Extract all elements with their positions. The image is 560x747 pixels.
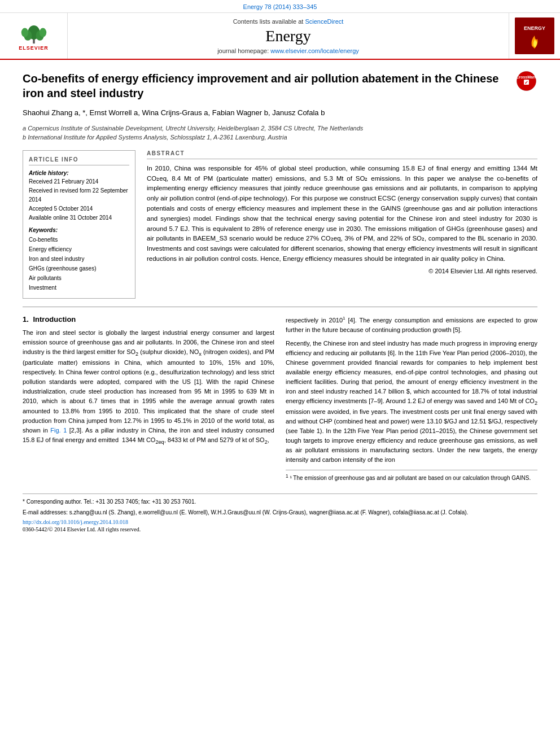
history-label: Article history: <box>29 170 129 176</box>
intro-para-2: respectively in 20101 [4]. The energy co… <box>286 315 537 335</box>
elsevier-tree-icon <box>17 21 51 44</box>
fig1-link[interactable]: Fig. 1 <box>50 427 67 434</box>
crossmark: CrossMark ✓ <box>515 71 537 93</box>
keyword-5: Air pollutants <box>29 273 129 283</box>
article-info-col: ARTICLE INFO Article history: Received 2… <box>23 150 135 299</box>
intro-section-title: 1. Introduction <box>23 315 274 324</box>
affiliation-a: a Copernicus Institute of Sustainable De… <box>23 124 537 133</box>
svg-text:CrossMark: CrossMark <box>517 75 536 79</box>
intro-para-1: The iron and steel sector is globally th… <box>23 328 274 446</box>
keywords-list: Co-benefits Energy efficiency Iron and s… <box>29 235 129 292</box>
authors: Shaohui Zhang a, *, Ernst Worrell a, Win… <box>23 107 537 119</box>
body-left: 1. Introduction The iron and steel secto… <box>23 315 274 482</box>
article-info-box: ARTICLE INFO Article history: Received 2… <box>23 150 135 299</box>
footer-section: * Corresponding author. Tel.: +31 30 253… <box>0 493 560 538</box>
svg-text:✓: ✓ <box>524 80 528 85</box>
journal-name: Energy <box>265 27 310 45</box>
svg-point-5 <box>39 28 46 37</box>
sciencedirect-link[interactable]: ScienceDirect <box>305 18 343 25</box>
right-footnote: 1 ¹ The emission of greenhouse gas and a… <box>286 470 537 482</box>
email-addresses: E-mail addresses: s.zhang@uu.nl (S. Zhan… <box>23 508 537 517</box>
svg-point-4 <box>21 28 28 37</box>
energy-badge-icon: ENERGY <box>515 18 554 54</box>
info-abstract-section: ARTICLE INFO Article history: Received 2… <box>23 150 537 299</box>
date-available: Available online 31 October 2014 <box>29 213 129 222</box>
body-right: respectively in 20101 [4]. The energy co… <box>286 315 537 482</box>
article-title-section: Co-benefits of energy efficiency improve… <box>23 71 537 101</box>
journal-header: ELSEVIER Contents lists available at Sci… <box>0 13 560 60</box>
page: Energy 78 (2014) 333–345 ELSEVIER Conten… <box>0 0 560 747</box>
date-accepted: Accepted 5 October 2014 <box>29 204 129 213</box>
homepage-link[interactable]: www.elsevier.com/locate/energy <box>270 47 359 54</box>
corresponding-author: * Corresponding author. Tel.: +31 30 253… <box>23 497 537 506</box>
section-divider <box>23 307 537 307</box>
affiliations: a Copernicus Institute of Sustainable De… <box>23 124 537 142</box>
section-number: 1. <box>23 315 29 324</box>
svg-text:ENERGY: ENERGY <box>524 25 545 31</box>
keyword-2: Energy efficiency <box>29 244 129 254</box>
date-received: Received 21 February 2014 <box>29 177 129 186</box>
journal-right: ENERGY <box>509 13 560 59</box>
doi-link[interactable]: http://dx.doi.org/10.1016/j.energy.2014.… <box>23 519 537 525</box>
footer-divider <box>23 493 537 494</box>
crossmark-icon: CrossMark ✓ <box>517 71 536 91</box>
intro-para-3: Recently, the Chinese iron and steel ind… <box>286 339 537 465</box>
top-bar: Energy 78 (2014) 333–345 <box>0 0 560 13</box>
abstract-col: ABSTRACT In 2010, China was responsible … <box>147 150 537 299</box>
keyword-3: Iron and steel industry <box>29 254 129 264</box>
journal-reference: Energy 78 (2014) 333–345 <box>243 3 317 10</box>
abstract-header: ABSTRACT <box>147 150 537 159</box>
issn-line: 0360-5442/© 2014 Elsevier Ltd. All right… <box>23 526 537 532</box>
article-info-header: ARTICLE INFO <box>29 156 129 165</box>
abstract-text: In 2010, China was responsible for 45% o… <box>147 164 537 264</box>
copyright: © 2014 Elsevier Ltd. All rights reserved… <box>147 268 537 274</box>
contents-line: Contents lists available at ScienceDirec… <box>233 18 344 25</box>
body-section: 1. Introduction The iron and steel secto… <box>23 315 537 482</box>
section-title-text: Introduction <box>33 315 76 324</box>
keyword-1: Co-benefits <box>29 235 129 244</box>
keyword-4: GHGs (greenhouse gases) <box>29 264 129 273</box>
affiliation-b: b International Institute for Applied Sy… <box>23 133 537 142</box>
article-title: Co-benefits of energy efficiency improve… <box>23 71 509 101</box>
elsevier-label: ELSEVIER <box>19 45 49 51</box>
keywords-label: Keywords: <box>29 227 129 233</box>
elsevier-logo: ELSEVIER <box>0 13 68 59</box>
keyword-6: Investment <box>29 283 129 292</box>
journal-center: Contents lists available at ScienceDirec… <box>68 13 509 59</box>
dates-received: Received 21 February 2014 Received in re… <box>29 177 129 222</box>
energy-badge: ENERGY <box>515 18 554 54</box>
journal-homepage: journal homepage: www.elsevier.com/locat… <box>217 47 359 54</box>
article-content: Co-benefits of energy efficiency improve… <box>0 60 560 493</box>
date-revised: Received in revised form 22 September 20… <box>29 186 129 204</box>
